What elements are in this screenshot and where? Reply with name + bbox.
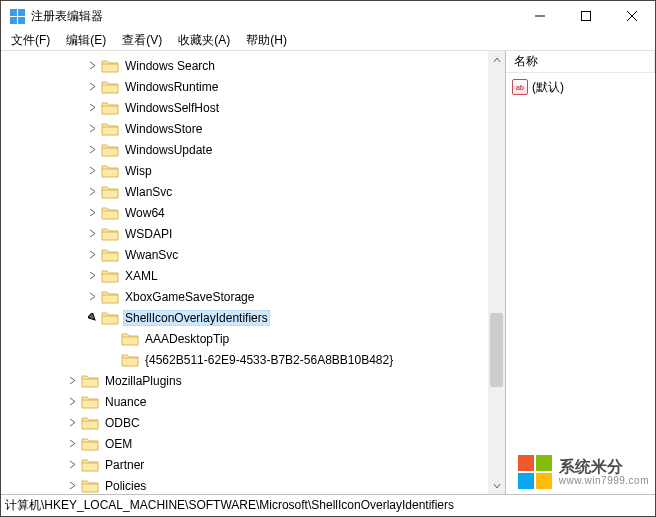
chevron-right-icon[interactable] [85,269,99,283]
tree-item[interactable]: WSDAPI [1,223,505,244]
status-bar: 计算机\HKEY_LOCAL_MACHINE\SOFTWARE\Microsof… [1,494,655,516]
tree-item[interactable]: {4562B511-62E9-4533-B7B2-56A8BB10B482} [1,349,505,370]
menu-file[interactable]: 文件(F) [3,30,58,51]
tree-item[interactable]: WindowsSelfHost [1,97,505,118]
tree-item[interactable]: WlanSvc [1,181,505,202]
tree-item-label: {4562B511-62E9-4533-B7B2-56A8BB10B482} [143,353,395,367]
chevron-down-icon[interactable] [85,311,99,325]
tree-item-label: Wisp [123,164,154,178]
chevron-right-icon[interactable] [65,458,79,472]
folder-icon [121,353,139,367]
chevron-right-icon[interactable] [85,143,99,157]
menu-help[interactable]: 帮助(H) [238,30,295,51]
window-title: 注册表编辑器 [31,8,517,25]
scroll-down-icon[interactable] [488,477,505,494]
tree-item-label: Windows Search [123,59,217,73]
tree-item[interactable]: Wow64 [1,202,505,223]
tree-item[interactable]: Policies [1,475,505,494]
tree-item-label: OEM [103,437,134,451]
regedit-icon [9,8,25,24]
chevron-right-icon[interactable] [65,437,79,451]
tree-item[interactable]: MozillaPlugins [1,370,505,391]
minimize-button[interactable] [517,1,563,31]
list-pane[interactable]: 名称 ab (默认) [506,51,655,494]
tree-item-label: Partner [103,458,146,472]
tree-item-label: MozillaPlugins [103,374,184,388]
tree-item-label: Nuance [103,395,148,409]
maximize-button[interactable] [563,1,609,31]
menu-edit[interactable]: 编辑(E) [58,30,114,51]
menu-favorites[interactable]: 收藏夹(A) [170,30,238,51]
tree-item-label: WindowsStore [123,122,204,136]
tree-item-label: XboxGameSaveStorage [123,290,256,304]
tree-item[interactable]: ShellIconOverlayIdentifiers [1,307,505,328]
folder-icon [121,332,139,346]
tree-item-label: WlanSvc [123,185,174,199]
tree-item[interactable]: WwanSvc [1,244,505,265]
tree-item[interactable]: WindowsRuntime [1,76,505,97]
title-bar: 注册表编辑器 [1,1,655,31]
scroll-up-icon[interactable] [488,51,505,68]
chevron-right-icon[interactable] [85,185,99,199]
folder-icon [101,290,119,304]
tree-item-label: WwanSvc [123,248,180,262]
tree-item[interactable]: XboxGameSaveStorage [1,286,505,307]
tree-pane[interactable]: Windows SearchWindowsRuntimeWindowsSelfH… [1,51,506,494]
folder-icon [81,416,99,430]
chevron-right-icon[interactable] [85,59,99,73]
tree-item[interactable]: Windows Search [1,55,505,76]
tree-item[interactable]: WindowsStore [1,118,505,139]
value-name: (默认) [532,79,564,96]
folder-icon [101,101,119,115]
close-button[interactable] [609,1,655,31]
chevron-right-icon[interactable] [85,248,99,262]
folder-icon [101,206,119,220]
folder-icon [101,311,119,325]
tree-item-label: WindowsSelfHost [123,101,221,115]
folder-icon [101,80,119,94]
chevron-right-icon[interactable] [85,122,99,136]
chevron-right-icon[interactable] [85,164,99,178]
menu-view[interactable]: 查看(V) [114,30,170,51]
tree-item[interactable]: OEM [1,433,505,454]
folder-icon [101,164,119,178]
chevron-right-icon[interactable] [65,374,79,388]
folder-icon [81,437,99,451]
tree-scrollbar[interactable] [488,51,505,494]
chevron-right-icon[interactable] [65,479,79,493]
tree-item-label: WSDAPI [123,227,174,241]
tree-item-label: AAADesktopTip [143,332,231,346]
chevron-right-icon[interactable] [85,206,99,220]
tree-item[interactable]: AAADesktopTip [1,328,505,349]
folder-icon [101,122,119,136]
chevron-right-icon[interactable] [85,101,99,115]
tree-item-label: Wow64 [123,206,167,220]
tree-item[interactable]: XAML [1,265,505,286]
menu-bar: 文件(F) 编辑(E) 查看(V) 收藏夹(A) 帮助(H) [1,31,655,51]
value-row-default[interactable]: ab (默认) [506,77,655,97]
tree-item-label: Policies [103,479,148,493]
chevron-right-icon[interactable] [65,395,79,409]
chevron-right-icon[interactable] [85,80,99,94]
tree-item-label: ShellIconOverlayIdentifiers [123,310,270,326]
folder-icon [101,59,119,73]
folder-icon [101,248,119,262]
folder-icon [101,269,119,283]
status-path: 计算机\HKEY_LOCAL_MACHINE\SOFTWARE\Microsof… [5,497,454,514]
folder-icon [81,395,99,409]
folder-icon [81,458,99,472]
chevron-right-icon[interactable] [85,227,99,241]
chevron-right-icon [105,332,119,346]
folder-icon [81,374,99,388]
chevron-right-icon [105,353,119,367]
chevron-right-icon[interactable] [85,290,99,304]
tree-item[interactable]: ODBC [1,412,505,433]
chevron-right-icon[interactable] [65,416,79,430]
tree-item-label: ODBC [103,416,142,430]
string-value-icon: ab [512,79,528,95]
tree-item[interactable]: Nuance [1,391,505,412]
tree-item[interactable]: Wisp [1,160,505,181]
tree-item[interactable]: Partner [1,454,505,475]
column-name[interactable]: 名称 [506,51,655,72]
tree-item[interactable]: WindowsUpdate [1,139,505,160]
